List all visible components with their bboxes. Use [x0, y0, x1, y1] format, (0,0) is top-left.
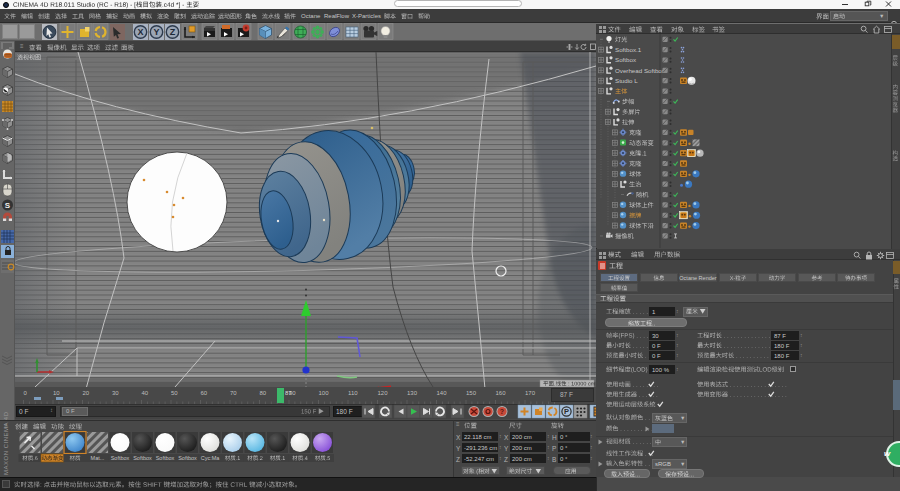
svg-text:110: 110	[348, 390, 358, 396]
svg-text:Z: Z	[170, 27, 176, 37]
svg-text:Softbox: Softbox	[615, 56, 637, 63]
svg-text:Studio L: Studio L	[615, 77, 638, 84]
svg-text:120: 120	[378, 390, 389, 396]
svg-text:140: 140	[437, 390, 448, 396]
svg-text:Cyc:Ma: Cyc:Ma	[201, 455, 221, 461]
svg-text:170: 170	[525, 390, 536, 396]
svg-text:Softbox: Softbox	[133, 455, 152, 461]
svg-text:10: 10	[53, 390, 60, 396]
svg-text:160: 160	[496, 390, 507, 396]
svg-text:Overhead Softbox: Overhead Softbox	[615, 67, 666, 74]
svg-text:70: 70	[230, 390, 237, 396]
svg-text:Softbox: Softbox	[156, 455, 175, 461]
svg-text:Y: Y	[153, 27, 159, 37]
svg-text:Softbox: Softbox	[178, 455, 197, 461]
svg-text:Softbox: Softbox	[111, 455, 130, 461]
svg-text:P: P	[564, 407, 569, 416]
svg-text:100: 100	[319, 390, 330, 396]
svg-text:150: 150	[466, 390, 477, 396]
svg-text:50: 50	[171, 390, 178, 396]
svg-text:130: 130	[407, 390, 418, 396]
svg-text:Softbox.1: Softbox.1	[615, 46, 642, 53]
svg-text:30: 30	[112, 390, 119, 396]
svg-text:40: 40	[142, 390, 149, 396]
svg-text:87: 87	[285, 390, 292, 396]
svg-text:Mat...: Mat...	[91, 455, 105, 461]
svg-text:80: 80	[260, 390, 267, 396]
svg-text:?: ?	[500, 408, 504, 415]
svg-text:20: 20	[83, 390, 90, 396]
svg-text:S: S	[5, 201, 11, 210]
svg-text:60: 60	[201, 390, 208, 396]
svg-text:X: X	[137, 27, 143, 37]
